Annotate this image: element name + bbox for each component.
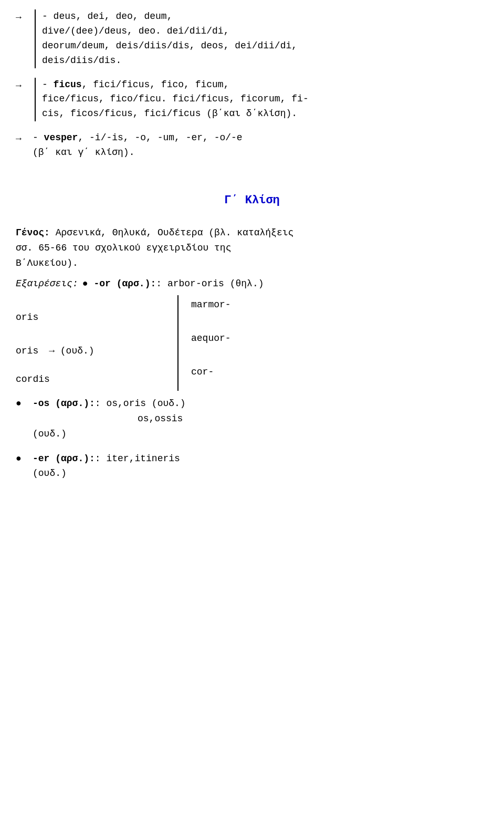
arrow-3: → [16,133,22,144]
deus-line3: deorum/deum, deis/diis/dis, deos, dei/di… [42,40,297,51]
er-label: -er (αρσ.): [33,453,95,464]
gamma-heading-text: Γ΄ Κλίση [224,194,280,207]
marmor-row: oris [16,295,173,329]
ficus-bold: ficus [54,79,82,90]
oud-2: (ουδ.) [33,468,67,479]
oud-1: (ουδ.) [33,429,67,439]
os-entry: ● -os (αρσ.):: os,oris (ουδ.) os,ossis (… [16,396,488,441]
main-content: Γένος: Αρσενικά, Θηλυκά, Ουδέτερα (βλ. κ… [16,225,488,481]
or-label: -or (αρσ.): [93,278,156,289]
os-example: os,oris (ουδ.) [106,398,185,409]
os-label: -os (αρσ.): [33,398,95,409]
arrow-2: → [16,80,22,91]
compound-table: oris oris → (ουδ.) cordis [16,295,488,391]
ficus-line1: - ficus, fici/ficus, fico, ficum, [42,79,229,90]
exceptions-row: Εξαιρέσεις: ● -or (αρσ.):: arbor-oris (θ… [16,276,488,292]
deus-line2: dive/(dee)/deus, deo. dei/dii/di, [42,26,229,36]
aequor-label-row: aequor- [191,329,488,362]
vesper-section: → - vesper, -i/-is, -o, -um, -er, -o/-e … [16,131,488,160]
vesper-line2: (β΄ και γ΄ κλίση). [33,147,134,158]
bullet-1: ● [82,278,88,289]
vesper-content: - vesper, -i/-is, -o, -um, -er, -o/-e (β… [33,131,488,160]
vertical-separator [177,295,178,391]
bullet-3: ● [16,451,33,466]
arrow-icon-1: → [16,9,33,25]
ficus-line3: cis, ficos/ficus, fici/ficus (β΄και δ΄κλ… [42,108,297,119]
left-column: oris oris → (ουδ.) cordis [16,295,173,391]
vesper-entry: → - vesper, -i/-is, -o, -um, -er, -o/-e … [16,131,488,160]
exceptions-label: Εξαιρέσεις: [16,276,78,292]
ficus-line2: fice/ficus, fico/ficu. fici/ficus, ficor… [42,93,309,104]
arrow-icon-3: → [16,131,33,147]
deus-line1: - deus, dei, deo, deum, [42,11,172,22]
aequor-label: aequor- [191,331,231,346]
deus-content: - deus, dei, deo, deum, dive/(dee)/deus,… [35,9,488,68]
exceptions-content: ● -or (αρσ.):: arbor-oris (θηλ.) [82,276,264,292]
genus-line: Γένος: Αρσενικά, Θηλυκά, Ουδέτερα (βλ. κ… [16,225,488,271]
oris-1-label: oris [16,310,38,325]
vesper-bold: vesper [44,132,78,143]
oris-2-label: oris [16,344,38,359]
os-content: -os (αρσ.):: os,oris (ουδ.) os,ossis (ου… [33,396,186,441]
deus-line4: deis/diis/dis. [42,55,121,66]
os-ossis: os,ossis [33,413,183,424]
cor-row: cordis [16,362,173,391]
marmor-label: marmor- [191,297,231,313]
cor-label-row: cor- [191,362,488,391]
arrow-icon-2: → [16,78,33,93]
genus-label: Γένος: [16,227,50,238]
vesper-line1: - vesper, -i/-is, -o, -um, -er, -o/-e [33,132,243,143]
marmor-label-row: marmor- [191,295,488,329]
deus-section: → - deus, dei, deo, deum, dive/(dee)/deu… [16,9,488,68]
page-wrapper: → - deus, dei, deo, deum, dive/(dee)/deu… [16,9,488,481]
exceptions-section: Εξαιρέσεις: ● -or (αρσ.):: arbor-oris (θ… [16,276,488,482]
genus-text: Αρσενικά, Θηλυκά, Ουδέτερα (βλ. καταλήξε… [56,227,294,238]
ficus-section: → - ficus, fici/ficus, fico, ficum, fice… [16,78,488,122]
er-entry: ● -er (αρσ.):: iter,itineris (ουδ.) [16,451,488,482]
gamma-heading: Γ΄ Κλίση [16,192,488,210]
er-content: -er (αρσ.):: iter,itineris (ουδ.) [33,451,180,482]
cor-label: cor- [191,365,214,380]
arrow-oud: → (ουδ.) [49,344,94,359]
aequor-row: oris → (ουδ.) [16,329,173,362]
ficus-entry: → - ficus, fici/ficus, fico, ficum, fice… [16,78,488,122]
arrow-1: → [16,12,22,23]
bullet-2: ● [16,396,33,411]
genus-line3: Β΄Λυκείου). [16,258,78,268]
right-column: marmor- aequor- cor- [183,295,488,391]
cordis-label: cordis [16,372,50,387]
ficus-content: - ficus, fici/ficus, fico, ficum, fice/f… [35,78,488,122]
er-example: iter,itineris [106,453,180,464]
deus-entry: → - deus, dei, deo, deum, dive/(dee)/deu… [16,9,488,68]
or-example: arbor-oris (θηλ.) [167,278,264,289]
genus-line2: σσ. 65-66 του σχολικού εγχειριδίου της [16,243,231,253]
